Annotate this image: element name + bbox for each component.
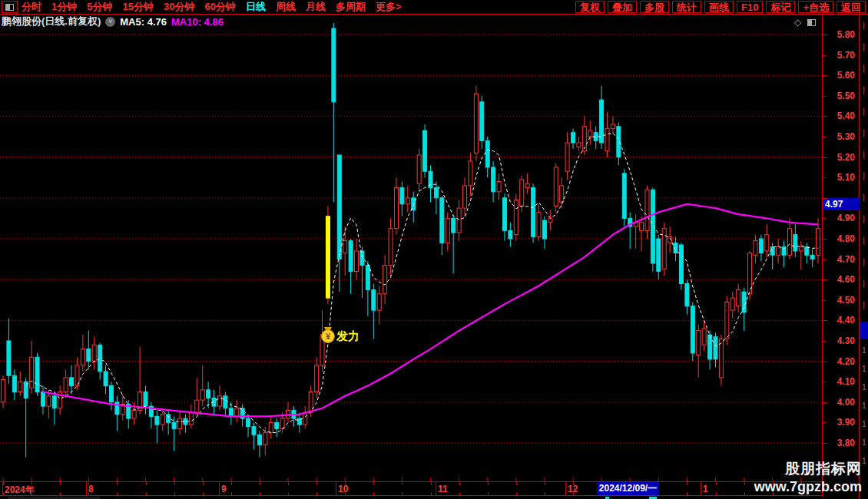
period-tab-5分钟[interactable]: 5分钟 (87, 0, 112, 14)
period-tab-月线[interactable]: 月线 (306, 0, 326, 14)
candle-body (446, 218, 449, 243)
toolbar-button-F10[interactable]: F10 (737, 1, 763, 13)
toolbar-button-画线[interactable]: 画线 (704, 1, 734, 13)
candle-body (360, 251, 364, 266)
candle-body (754, 241, 757, 256)
candle-body (343, 241, 347, 253)
candle-body (377, 294, 381, 310)
date-axis: 2024/12/09/一 2024年891011121 (0, 481, 859, 496)
sidebar-glyph-fragment: 丨〓 (860, 171, 868, 182)
candle-body (611, 124, 615, 128)
period-tab-更多>[interactable]: 更多> (376, 0, 402, 14)
candle-body (309, 392, 313, 413)
sidebar-glyph-fragment: 丨〓 (860, 300, 868, 311)
candle-body (440, 198, 444, 243)
price-tick (823, 75, 827, 76)
week-tick (288, 492, 289, 495)
candlestick-chart[interactable]: ¥发力 (0, 23, 822, 481)
week-tick (459, 482, 460, 485)
watermark: 股朋指标网 www.7gpzb.com (754, 459, 862, 495)
candle-body (224, 396, 227, 408)
candle-body (98, 345, 102, 372)
layout-icon[interactable] (2, 1, 18, 13)
candle-body (178, 418, 182, 428)
candle-body (509, 230, 512, 239)
candle-body (200, 390, 204, 400)
week-tick (60, 492, 61, 495)
price-label: 4.70 (837, 254, 855, 265)
candle-body (577, 143, 581, 147)
highlighted-candle (326, 216, 330, 298)
toolbar-button-标记[interactable]: 标记 (766, 1, 795, 13)
candle-body (708, 335, 712, 359)
price-label: 4.10 (837, 376, 855, 387)
price-label: 5.60 (837, 70, 855, 81)
candle-body (622, 173, 626, 219)
period-tab-30分钟[interactable]: 30分钟 (164, 0, 194, 14)
candle-body (805, 247, 809, 256)
price-label: 4.80 (837, 233, 855, 244)
candle-body (434, 188, 438, 198)
period-tab-多周期[interactable]: 多周期 (336, 0, 366, 14)
corner-icons: ◇ (794, 17, 816, 28)
candle-body (560, 186, 564, 202)
candle-body (35, 357, 39, 392)
split-window-icon[interactable] (807, 19, 816, 26)
candle-body (770, 247, 774, 256)
candle-body (2, 380, 5, 402)
period-tab-分时[interactable]: 分时 (22, 0, 41, 14)
candle-body (70, 378, 74, 386)
candle-body (235, 408, 239, 417)
price-label: 5.70 (837, 50, 855, 61)
candle-body (565, 143, 569, 171)
diamond-icon[interactable]: ◇ (794, 17, 801, 28)
candle-body (719, 339, 723, 378)
candle-body (817, 229, 820, 256)
week-tick (573, 482, 574, 485)
sidebar-glyph-fragment: 丨〓 (860, 257, 868, 268)
chevron-down-icon[interactable]: ˅ (105, 17, 115, 27)
date-label-1: 1 (703, 484, 708, 494)
candle-body (525, 183, 529, 187)
candle-body (714, 337, 717, 359)
candle-body (252, 427, 256, 435)
candle-body (372, 290, 376, 311)
candle-body (485, 140, 489, 167)
period-tab-60分钟[interactable]: 60分钟 (204, 0, 235, 14)
candle-body (502, 198, 506, 231)
period-tab-周线[interactable]: 周线 (276, 0, 296, 14)
period-tab-15分钟[interactable]: 15分钟 (122, 0, 153, 14)
candle-body (645, 190, 649, 230)
price-label: 4.50 (837, 295, 855, 306)
date-label-9: 9 (221, 484, 227, 494)
candle-body (144, 392, 147, 407)
price-tick (823, 157, 827, 158)
toolbar-button-多股[interactable]: 多股 (640, 1, 669, 13)
week-tick (744, 482, 745, 485)
toolbar-button-复权[interactable]: 复权 (575, 1, 605, 13)
price-tick (823, 362, 827, 362)
stock-title: 鹏翎股份(日线.前复权) (2, 15, 101, 28)
candle-body (463, 186, 467, 208)
toolbar-button-叠加[interactable]: 叠加 (608, 1, 637, 13)
price-label: 4.40 (837, 315, 855, 326)
toolbar-button-+自选[interactable]: +自选 (798, 1, 833, 13)
candle-body (640, 223, 644, 231)
toolbar-button-返回[interactable]: 返回 (837, 1, 866, 13)
price-tick (823, 341, 826, 342)
sidebar-glyph-fragment: 丨〓 (860, 64, 868, 74)
period-tab-日线[interactable]: 日线 (246, 0, 266, 14)
price-label: 3.80 (837, 438, 855, 448)
toolbar-button-统计[interactable]: 统计 (672, 1, 701, 13)
candle-body (452, 218, 456, 233)
candle-body (400, 188, 404, 204)
period-tab-1分钟[interactable]: 1分钟 (51, 0, 77, 14)
candle-body (109, 386, 113, 402)
sidebar-glyph-fragment: 丨〓 (860, 128, 868, 139)
ma10-value-label: MA10: 4.86 (171, 16, 224, 28)
ma5-line (26, 134, 818, 433)
candle-body (337, 155, 341, 259)
candle-body (737, 290, 740, 306)
week-tick (3, 492, 4, 495)
week-tick (431, 492, 432, 495)
